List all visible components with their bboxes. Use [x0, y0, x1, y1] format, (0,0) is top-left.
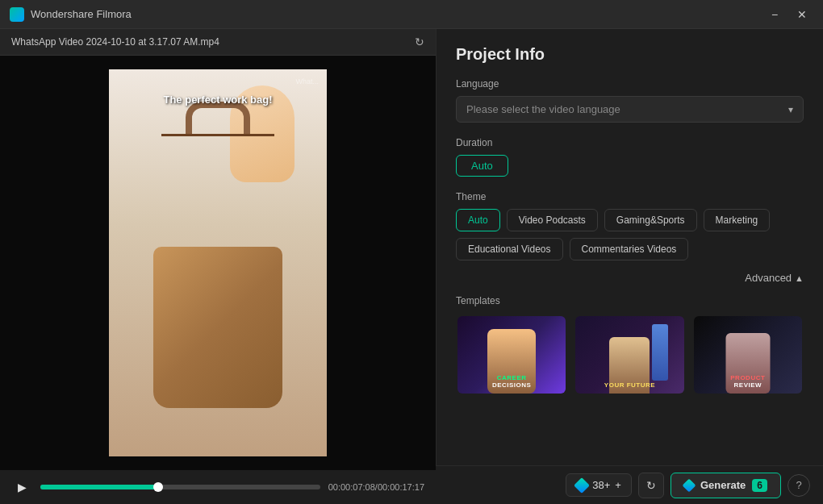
time-display: 00:00:07:08/00:00:17:17: [328, 482, 424, 492]
language-label: Language: [456, 78, 804, 90]
theme-buttons-row-1: Auto Video Podcasts Gaming&Sports Market…: [456, 209, 804, 231]
video-area: The perfect work bag! What...: [0, 56, 436, 470]
video-controls: ▶ 00:00:07:08/00:00:17:17: [0, 470, 436, 504]
total-time: /00:00:17:17: [375, 482, 424, 492]
file-name: WhatsApp Video 2024-10-10 at 3.17.07 AM.…: [11, 36, 219, 48]
auto-duration-button[interactable]: Auto: [456, 155, 508, 177]
templates-label: Templates: [456, 295, 804, 306]
video-caption: The perfect work bag!: [163, 94, 272, 106]
template-3-label: PRODUCT REVIEW: [694, 374, 802, 389]
play-button[interactable]: ▶: [11, 477, 32, 498]
file-bar: WhatsApp Video 2024-10-10 at 3.17.07 AM.…: [0, 29, 436, 56]
template-3-bg: PRODUCT REVIEW: [694, 316, 802, 394]
theme-video-podcasts-button[interactable]: Video Podcasts: [507, 209, 598, 231]
template-3-product-text: PRODUCT: [730, 374, 765, 381]
current-time: 00:00:07:08: [328, 482, 375, 492]
advanced-row[interactable]: Advanced ▲: [456, 272, 804, 284]
language-dropdown[interactable]: Please select the video language ▾: [456, 96, 804, 123]
template-product-review[interactable]: PRODUCT REVIEW: [692, 314, 804, 395]
app-name: Wondershare Filmora: [31, 8, 132, 20]
bag-visual: [109, 69, 327, 456]
template-2-light: [652, 324, 668, 381]
theme-marketing-button[interactable]: Marketing: [704, 209, 771, 231]
theme-buttons-row-2: Educational Videos Commentaries Videos: [456, 238, 804, 260]
theme-commentaries-button[interactable]: Commentaries Videos: [570, 238, 689, 260]
duration-section: Duration Auto: [456, 137, 804, 177]
templates-section: Templates CAREER DECISIONS: [456, 295, 804, 395]
close-button[interactable]: ✕: [791, 6, 813, 23]
template-2-label: YOUR FUTURE: [575, 381, 683, 389]
refresh-icon-btn: ↻: [646, 479, 656, 492]
refresh-icon[interactable]: ↻: [415, 35, 424, 48]
video-watermark: What...: [295, 77, 319, 85]
project-info-title: Project Info: [456, 45, 804, 64]
points-button[interactable]: 38+ +: [566, 473, 632, 497]
theme-auto-button[interactable]: Auto: [456, 209, 500, 231]
right-panel: Project Info Language Please select the …: [436, 29, 823, 504]
progress-thumb[interactable]: [153, 482, 163, 492]
app-logo: [10, 7, 24, 22]
advanced-label: Advanced: [745, 272, 792, 284]
titlebar-controls: − ✕: [763, 6, 813, 23]
template-1-decisions-text: DECISIONS: [492, 381, 532, 389]
theme-gaming-sports-button[interactable]: Gaming&Sports: [604, 209, 697, 231]
bag-shape: [153, 247, 282, 408]
titlebar: Wondershare Filmora − ✕: [0, 0, 823, 29]
progress-fill: [40, 485, 158, 489]
video-thumbnail: The perfect work bag! What...: [109, 69, 327, 456]
chevron-down-icon: ▾: [788, 104, 793, 115]
advanced-toggle-icon: ▲: [795, 273, 804, 283]
main-layout: WhatsApp Video 2024-10-10 at 3.17.07 AM.…: [0, 29, 823, 504]
template-3-review-text: REVIEW: [734, 381, 762, 389]
titlebar-left: Wondershare Filmora: [10, 7, 132, 22]
generate-button[interactable]: Generate 6: [671, 473, 781, 498]
points-diamond-icon: [574, 477, 590, 494]
theme-educational-button[interactable]: Educational Videos: [456, 238, 563, 260]
refresh-button[interactable]: ↻: [638, 473, 664, 498]
bag-zipper: [161, 134, 274, 136]
progress-bar[interactable]: [40, 485, 320, 489]
theme-section: Theme Auto Video Podcasts Gaming&Sports …: [456, 191, 804, 260]
bag-handle: [186, 102, 250, 134]
plus-icon: +: [615, 479, 621, 491]
help-icon: ?: [796, 479, 801, 491]
duration-label: Duration: [456, 137, 804, 148]
points-count: 38+: [592, 479, 610, 491]
template-1-label: CAREER DECISIONS: [457, 374, 566, 389]
minimize-button[interactable]: −: [763, 6, 786, 23]
theme-label: Theme: [456, 191, 804, 202]
template-2-bg: YOUR FUTURE: [575, 316, 683, 394]
templates-grid: CAREER DECISIONS YOUR FUTURE: [456, 314, 804, 395]
template-1-career-text: CAREER: [497, 374, 527, 381]
template-your-future[interactable]: YOUR FUTURE: [574, 314, 685, 395]
bottom-bar: 38+ + ↻ Generate 6 ?: [436, 465, 823, 504]
left-panel: WhatsApp Video 2024-10-10 at 3.17.07 AM.…: [0, 29, 436, 504]
generate-diamond-icon: [682, 478, 696, 492]
template-1-bg: CAREER DECISIONS: [457, 316, 566, 394]
generate-count: 6: [752, 479, 767, 492]
language-placeholder: Please select the video language: [466, 103, 620, 115]
template-career-decisions[interactable]: CAREER DECISIONS: [456, 314, 567, 395]
generate-label: Generate: [700, 479, 746, 491]
help-button[interactable]: ?: [787, 474, 810, 497]
